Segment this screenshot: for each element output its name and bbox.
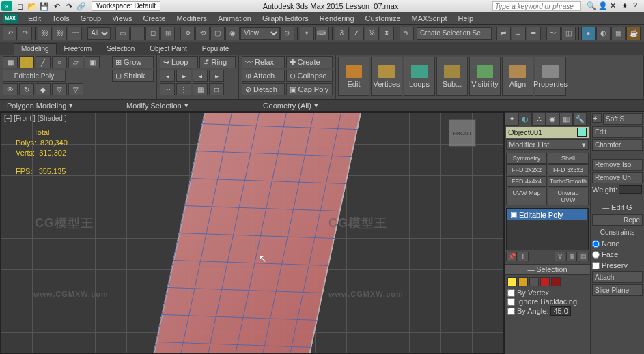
menu-tools[interactable]: Tools <box>47 13 74 24</box>
loop-prev-icon[interactable]: ◂ <box>160 70 175 82</box>
subobj-vertex-icon[interactable] <box>507 277 517 286</box>
mod-ffd444[interactable]: FFD 4x4x4 <box>506 176 547 187</box>
dot-ring-icon[interactable]: ⋮ <box>176 83 191 95</box>
menu-grapheditors[interactable]: Graph Editors <box>257 13 313 24</box>
poly-button[interactable]: ▦ <box>3 56 18 68</box>
modifier-stack[interactable]: ▣Editable Poly <box>506 208 589 250</box>
weight-spinner[interactable]: Weight: <box>592 185 643 194</box>
element-mode-icon[interactable]: ▣ <box>85 56 100 68</box>
remove-iso-button[interactable]: Remove Iso <box>592 159 643 171</box>
loop-button[interactable]: ↪Loop <box>160 56 198 68</box>
cappoly-button[interactable]: ▣Cap Poly <box>286 83 333 95</box>
select-region-icon[interactable]: ◻ <box>145 27 160 40</box>
edit-named-sel-icon[interactable]: ✎ <box>400 27 414 40</box>
ring-next-icon[interactable]: ▸ <box>209 70 224 82</box>
plus-icon[interactable]: + <box>592 113 602 123</box>
create-tab-icon[interactable]: ✦ <box>505 112 518 126</box>
mod-symmetry[interactable]: Symmetry <box>506 153 547 164</box>
pivot-icon[interactable]: ⊙ <box>280 27 294 40</box>
big-edit[interactable]: Edit <box>338 57 369 96</box>
undo-icon[interactable]: ↶ <box>52 1 61 11</box>
tab-objectpaint[interactable]: Object Paint <box>142 43 194 55</box>
panel-dd-polymodeling[interactable]: Polygon Modeling ▾ <box>0 101 120 110</box>
select-name-icon[interactable]: ☰ <box>130 27 145 40</box>
mod-ffd222[interactable]: FFD 2x2x2 <box>506 164 547 175</box>
mirror-icon[interactable]: ⇄ <box>496 27 511 40</box>
subobj-polygon-icon[interactable] <box>540 277 550 286</box>
constraint-icon[interactable]: ▽ <box>52 83 67 95</box>
relax-button[interactable]: 〰Relax <box>242 56 285 68</box>
big-sub[interactable]: Sub... <box>436 57 468 96</box>
menu-create[interactable]: Create <box>138 13 170 24</box>
modify-tab-icon[interactable]: ◐ <box>518 112 532 126</box>
redo-button[interactable]: ↷ <box>18 27 32 40</box>
spinner-snap-icon[interactable]: ⬍ <box>380 27 394 40</box>
menu-help[interactable]: Help <box>453 13 479 24</box>
menu-maxscript[interactable]: MAXScript <box>407 13 452 24</box>
tab-freeform[interactable]: Freeform <box>57 43 100 55</box>
ignore-backfacing-checkbox[interactable]: Ignore Backfacing <box>507 297 587 306</box>
layers-icon[interactable]: ≣ <box>527 27 541 40</box>
ring-button[interactable]: ↺Ring <box>199 56 236 68</box>
link-button[interactable]: ⛓ <box>38 27 52 40</box>
help-icon[interactable]: ? <box>633 1 643 11</box>
search-input[interactable] <box>492 1 581 11</box>
menu-rendering[interactable]: Rendering <box>315 13 359 24</box>
grow-button[interactable]: ⊞Grow <box>112 56 154 68</box>
object-color-swatch[interactable] <box>577 128 587 137</box>
rollout-selection[interactable]: — Selection <box>505 264 590 275</box>
open-icon[interactable]: 📂 <box>27 1 37 11</box>
workspace-switcher[interactable]: Workspace: Default <box>92 1 160 11</box>
render-icon[interactable]: ☕ <box>626 27 641 40</box>
panel-dd-geometry[interactable]: Geometry (All) ▾ <box>256 101 325 110</box>
by-angle-checkbox[interactable]: By Angle: 45.0 <box>507 306 587 316</box>
chamfer-button[interactable]: Chamfer <box>592 139 643 151</box>
outline-icon[interactable]: □ <box>209 83 224 95</box>
side-attach-button[interactable]: Attach <box>592 271 643 283</box>
viewcube[interactable]: FRONT <box>449 119 476 147</box>
vertex-mode-icon[interactable]: · <box>19 56 34 68</box>
favorite-icon[interactable]: ★ <box>621 1 631 11</box>
subobj-edge-icon[interactable] <box>518 277 528 286</box>
mod-unwrapuvw[interactable]: Unwrap UVW <box>548 188 589 205</box>
stack-item-editablepoly[interactable]: ▣Editable Poly <box>507 209 587 220</box>
rotate-icon[interactable]: ⟲ <box>195 27 210 40</box>
remove-unused-button[interactable]: Remove Un <box>592 172 643 183</box>
constraint-face-radio[interactable]: Face <box>592 250 643 259</box>
named-selection-input[interactable] <box>417 27 492 40</box>
polygon-mode-icon[interactable]: ▱ <box>68 56 83 68</box>
make-unique-icon[interactable]: ∀ <box>555 252 565 261</box>
link-icon[interactable]: 🔗 <box>76 1 86 11</box>
big-loops[interactable]: Loops <box>404 57 435 96</box>
slice-plane-button[interactable]: Slice Plane <box>592 284 643 296</box>
render-frame-icon[interactable]: ▦ <box>611 27 626 40</box>
angle-snap-icon[interactable]: ∠ <box>350 27 364 40</box>
by-vertex-checkbox[interactable]: By Vertex <box>507 289 587 297</box>
configure-icon[interactable]: ▤ <box>578 252 589 261</box>
preview-icon[interactable]: 👁 <box>3 83 18 95</box>
pin-stack-icon[interactable]: 📌 <box>506 252 517 261</box>
snap-toggle-icon[interactable]: 3 <box>335 27 349 40</box>
mod-ffd333[interactable]: FFD 3x3x3 <box>548 164 589 175</box>
select-object-icon[interactable]: ▭ <box>115 27 130 40</box>
new-icon[interactable]: ◻ <box>15 1 25 11</box>
loop-next-icon[interactable]: ▸ <box>176 70 191 82</box>
tab-modeling[interactable]: Modeling <box>14 43 57 55</box>
save-icon[interactable]: 💾 <box>40 1 49 11</box>
collapse-button[interactable]: ⊖Collapse <box>286 70 333 82</box>
curve-editor-icon[interactable]: 〜 <box>546 27 561 40</box>
percent-snap-icon[interactable]: % <box>365 27 379 40</box>
border-mode-icon[interactable]: ○ <box>52 56 67 68</box>
remove-mod-icon[interactable]: 🗑 <box>566 252 577 261</box>
scale-icon[interactable]: ▢ <box>210 27 225 40</box>
subobj-border-icon[interactable] <box>529 277 539 286</box>
tab-populate[interactable]: Populate <box>195 43 236 55</box>
subobj-element-icon[interactable] <box>551 277 561 286</box>
unlink-button[interactable]: ⛓ <box>53 27 67 40</box>
keyboard-shortcut-icon[interactable]: ⌨ <box>315 27 329 40</box>
modifier-list-dropdown[interactable]: Modifier List▾ <box>506 139 589 150</box>
editable-poly-button[interactable]: Editable Poly <box>3 70 66 82</box>
menu-customize[interactable]: Customize <box>361 13 406 24</box>
show-end-icon[interactable]: Ⅱ <box>518 252 529 261</box>
tab-selection[interactable]: Selection <box>99 43 142 55</box>
